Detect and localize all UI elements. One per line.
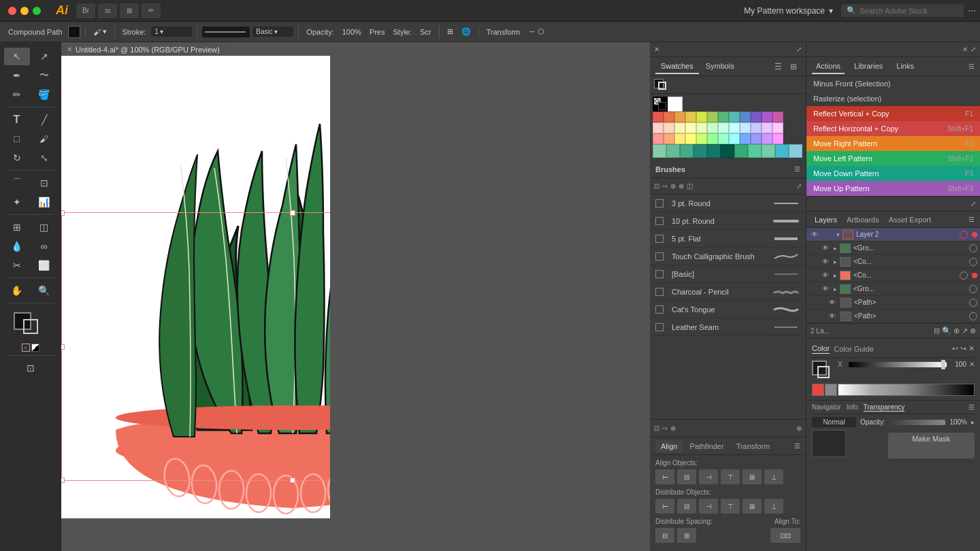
none-swatch[interactable]: ×: [22, 344, 30, 352]
layer-target-dot[interactable]: [972, 232, 977, 237]
actions-menu-icon[interactable]: ☰: [968, 63, 975, 70]
brushes-expand-icon[interactable]: ⤢: [796, 182, 802, 190]
swatch-cell[interactable]: [707, 112, 718, 122]
swatch-cell[interactable]: [751, 122, 762, 133]
align-center-h-btn[interactable]: ⊟: [677, 469, 696, 484]
symbol-tool[interactable]: ✦: [4, 193, 30, 211]
swatches-list-icon[interactable]: ☰: [771, 62, 785, 71]
brushes-view-icon[interactable]: ⊡: [654, 182, 659, 190]
grid-icon[interactable]: ⊞: [444, 26, 456, 37]
layer-item-layer2[interactable]: 👁 ▾ Layer 2: [806, 228, 980, 241]
layer-vis-icon[interactable]: 👁: [820, 284, 831, 295]
swatches-close-icon[interactable]: ✕: [654, 46, 659, 53]
swatch-cell[interactable]: [740, 133, 751, 144]
swatch-cell[interactable]: [653, 144, 666, 158]
layer-expand-arrow[interactable]: ▾: [836, 231, 840, 238]
stroke-color-box[interactable]: [23, 319, 38, 334]
swatch-cell[interactable]: [707, 133, 718, 144]
doc-close-icon[interactable]: ✕: [67, 46, 72, 53]
sub-expand[interactable]: ▸: [834, 286, 837, 293]
sub-expand[interactable]: ▸: [834, 258, 837, 265]
swatch-cell[interactable]: [751, 112, 762, 122]
swatch-cell[interactable]: [762, 144, 775, 158]
layer-circle[interactable]: [960, 231, 968, 239]
action-move-up[interactable]: Move Up Pattern Shift+F3: [806, 181, 980, 196]
blend-mode-dropdown[interactable]: Normal: [812, 417, 856, 427]
brushes-import-icon[interactable]: ⇨: [662, 424, 668, 432]
transform-icons[interactable]: ↔ ⬡: [525, 26, 547, 37]
paint-bucket-tool[interactable]: 🪣: [31, 86, 57, 103]
hand-tool[interactable]: ✋: [4, 282, 30, 299]
swatch-cell[interactable]: [674, 133, 685, 144]
dist-left-btn[interactable]: ⊢: [655, 499, 674, 514]
minimize-button[interactable]: [20, 7, 29, 15]
align-top-btn[interactable]: ⊤: [721, 469, 740, 484]
swatch-cell[interactable]: [762, 122, 772, 133]
swatch-cell[interactable]: [668, 97, 683, 112]
layer-circle[interactable]: [969, 299, 977, 307]
layer-vis-icon[interactable]: 👁: [820, 243, 831, 254]
make-layer-mask-icon[interactable]: ⊟: [934, 327, 940, 335]
line-tool[interactable]: ╱: [31, 111, 57, 129]
swatch-cell[interactable]: [696, 133, 707, 144]
swatch-fill-icon[interactable]: [654, 79, 669, 91]
color-x-close[interactable]: ✕: [968, 344, 975, 353]
layer-item-path1[interactable]: 👁 <Path>: [806, 296, 980, 310]
actions-panel-expand[interactable]: ⤢: [970, 46, 976, 53]
color-x-icon[interactable]: ✕: [969, 361, 975, 368]
swatch-cell[interactable]: [748, 144, 762, 158]
swatch-cell[interactable]: [674, 122, 685, 133]
swatch-cell[interactable]: [734, 144, 748, 158]
free-transform-tool[interactable]: ⊡: [31, 174, 57, 192]
eraser-tool[interactable]: ⬜: [31, 256, 57, 274]
align-to-btn[interactable]: ⊡⊡: [770, 528, 800, 543]
color-guide-tab[interactable]: Color Guide: [834, 345, 874, 353]
action-reflect-h[interactable]: Reflect Horizontal + Copy Shift+F1: [806, 121, 980, 136]
column-graph-tool[interactable]: 📊: [31, 193, 57, 211]
brush-item-cats-tongue[interactable]: Cat's Tongue: [650, 301, 806, 318]
swatch-cell[interactable]: [707, 122, 718, 133]
brush-item-10pt-round[interactable]: 10 pt. Round: [650, 212, 806, 230]
action-reflect-v[interactable]: Reflect Vertical + Copy F1: [806, 106, 980, 121]
dist-v-btn[interactable]: ⊞: [742, 499, 762, 514]
swatch-cell[interactable]: [751, 133, 762, 144]
align-left-btn[interactable]: ⊢: [655, 469, 674, 484]
layer-circle[interactable]: [969, 244, 977, 252]
swatch-cell[interactable]: [740, 112, 751, 122]
scissors-tool[interactable]: ✂: [4, 256, 30, 274]
swatch-cell[interactable]: [664, 112, 674, 122]
actions-panel-close[interactable]: ✕: [962, 46, 968, 53]
layer-item-path2[interactable]: 👁 <Path>: [806, 310, 980, 323]
tab-pathfinder[interactable]: Pathfinder: [684, 440, 729, 452]
layer-visibility-icon[interactable]: 👁: [809, 229, 820, 240]
layer-item-gro1[interactable]: 👁 ▸ <Gro...: [806, 241, 980, 255]
maximize-button[interactable]: [33, 7, 41, 15]
screen-mode-btn[interactable]: ⊡: [18, 359, 44, 377]
search-stock[interactable]: 🔍: [841, 4, 964, 17]
tab-asset-export[interactable]: Asset Export: [886, 214, 934, 225]
brush-item-leather-seam[interactable]: Leather Seam: [650, 318, 806, 336]
swatch-cell[interactable]: [696, 112, 707, 122]
swatch-cell[interactable]: [664, 133, 674, 144]
brushes-menu-icon[interactable]: ☰: [794, 165, 800, 173]
action-move-down[interactable]: Move Down Pattern F3: [806, 166, 980, 181]
swatch-cell[interactable]: [680, 144, 693, 158]
transparency-panel-menu[interactable]: ☰: [968, 403, 975, 412]
action-move-left[interactable]: Move Left Pattern Shift+F2: [806, 151, 980, 166]
selection-tool[interactable]: ↖: [4, 48, 30, 65]
basic-dropdown[interactable]: Basic ▾: [252, 27, 293, 37]
layer-circle[interactable]: [960, 271, 968, 280]
brush-item-basic[interactable]: [Basic]: [650, 265, 806, 283]
layer-item-co1[interactable]: 👁 ▸ <Co...: [806, 255, 980, 269]
swatch-cell[interactable]: [718, 122, 729, 133]
swatch-cell[interactable]: [685, 122, 696, 133]
tab-symbols[interactable]: Symbols: [700, 59, 740, 74]
layer-item-gro2[interactable]: 👁 ▸ <Gro...: [806, 282, 980, 296]
sub-expand[interactable]: ▸: [834, 272, 837, 279]
close-button[interactable]: [8, 7, 16, 15]
swatch-cell[interactable]: [693, 144, 707, 158]
swatch-cell[interactable]: [718, 112, 729, 122]
swatch-cell[interactable]: [762, 133, 772, 144]
tab-transparency[interactable]: Transparency: [864, 403, 905, 412]
warp-tool[interactable]: ⌒: [4, 174, 30, 192]
